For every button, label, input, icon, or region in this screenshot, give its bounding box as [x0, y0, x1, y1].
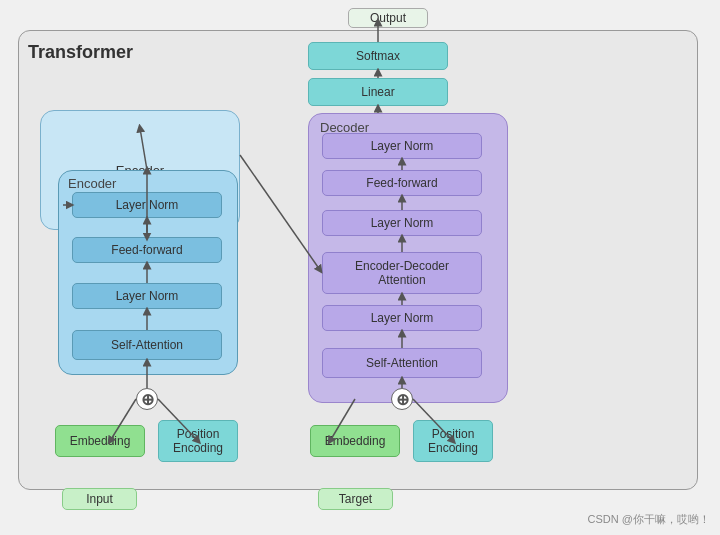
output-label: Output: [348, 8, 428, 28]
embedding-right: Embedding: [310, 425, 400, 457]
encoder-feed-forward: Feed-forward: [72, 237, 222, 263]
input-label: Input: [62, 488, 137, 510]
softmax-box: Softmax: [308, 42, 448, 70]
encoder-self-attention: Self-Attention: [72, 330, 222, 360]
decoder-plus-circle: ⊕: [391, 388, 413, 410]
target-label: Target: [318, 488, 393, 510]
position-encoding-left: Position Encoding: [158, 420, 238, 462]
main-container: Output Transformer Softmax Linear Encode…: [0, 0, 720, 535]
position-encoding-right: Position Encoding: [413, 420, 493, 462]
transformer-label: Transformer: [28, 42, 133, 63]
encoder-plus-circle: ⊕: [136, 388, 158, 410]
output-text: Output: [370, 11, 406, 25]
encoder-layer-norm-top: Layer Norm: [72, 192, 222, 218]
decoder-self-attention: Self-Attention: [322, 348, 482, 378]
encoder-layer-norm-bottom: Layer Norm: [72, 283, 222, 309]
linear-box: Linear: [308, 78, 448, 106]
decoder-layer-norm-mid: Layer Norm: [322, 210, 482, 236]
decoder-layer-norm-top: Layer Norm: [322, 133, 482, 159]
decoder-enc-dec-attention: Encoder-Decoder Attention: [322, 252, 482, 294]
softmax-label: Softmax: [356, 49, 400, 63]
linear-label: Linear: [361, 85, 394, 99]
decoder-feed-forward: Feed-forward: [322, 170, 482, 196]
embedding-left: Embedding: [55, 425, 145, 457]
watermark: CSDN @你干嘛，哎哟！: [588, 512, 710, 527]
encoder-inner-label: Encoder: [68, 176, 116, 191]
decoder-layer-norm-bottom: Layer Norm: [322, 305, 482, 331]
